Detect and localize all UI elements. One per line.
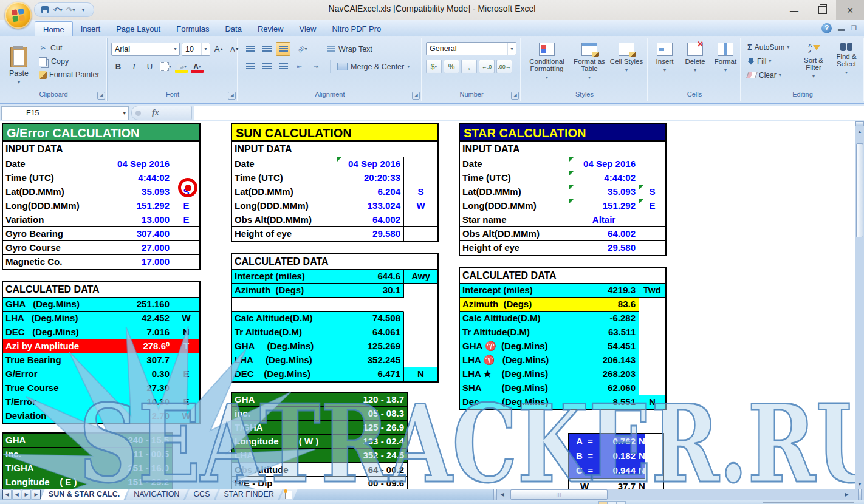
- cell-unit[interactable]: N: [639, 395, 665, 409]
- cell-value[interactable]: 0.182: [600, 449, 639, 463]
- cell-value[interactable]: 64.002: [337, 213, 404, 227]
- cell-unit[interactable]: [173, 255, 199, 269]
- sheet-tab[interactable]: STAR FINDER: [215, 489, 282, 500]
- cell-value[interactable]: 6.471: [337, 367, 404, 381]
- clear-button[interactable]: Clear▾: [745, 69, 792, 81]
- delete-cells-button[interactable]: Delete▾: [680, 38, 710, 94]
- cell-value[interactable]: 05 - 08.3: [334, 407, 407, 421]
- cell-label[interactable]: C =: [569, 463, 600, 478]
- cell-value[interactable]: 251.160: [101, 298, 173, 312]
- cell-value[interactable]: 0.944: [600, 463, 639, 478]
- cell-value[interactable]: 307.7: [101, 353, 173, 367]
- sheet-tab[interactable]: NAVIGATION: [125, 489, 188, 500]
- cell-value[interactable]: 04 Sep 2016: [569, 157, 639, 171]
- cell-value[interactable]: 0.30: [101, 367, 173, 381]
- cell-value[interactable]: 04 Sep 2016: [337, 157, 404, 171]
- cell-label[interactable]: True Course: [3, 381, 101, 395]
- cell-value[interactable]: 64.002: [569, 227, 639, 241]
- cell-label[interactable]: Lat(DD.MMm): [232, 185, 337, 199]
- vertical-scroll-thumb[interactable]: [856, 143, 863, 237]
- normal-view-button[interactable]: [598, 501, 608, 504]
- number-format-select[interactable]: General▾: [426, 42, 516, 55]
- cell-value[interactable]: 27.000: [101, 241, 173, 255]
- cell-unit[interactable]: [639, 171, 665, 185]
- align-top-button[interactable]: [243, 42, 258, 56]
- format-as-table-button[interactable]: Format as Table▾: [570, 38, 609, 94]
- ribbon-tab[interactable]: Formulas: [168, 21, 217, 36]
- cell-label[interactable]: A =: [569, 434, 600, 449]
- italic-button[interactable]: I: [127, 60, 141, 73]
- prev-sheet-button[interactable]: ◀: [12, 489, 21, 500]
- cell-value[interactable]: 62.060: [569, 381, 639, 395]
- cell-unit[interactable]: [639, 353, 665, 367]
- cell-unit[interactable]: S: [404, 185, 437, 199]
- cell-unit[interactable]: [639, 241, 665, 255]
- copy-button[interactable]: Copy: [36, 55, 102, 68]
- cell-unit[interactable]: E: [639, 199, 665, 213]
- cell-unit[interactable]: [639, 381, 665, 395]
- cell-unit[interactable]: [639, 339, 665, 353]
- format-cells-button[interactable]: Format▾: [710, 38, 741, 94]
- cell-label[interactable]: Obs Altitude: [232, 463, 334, 477]
- cell-label[interactable]: GHA (Deg.Mins): [3, 298, 101, 312]
- cell-unit[interactable]: W: [173, 312, 199, 325]
- cell-label[interactable]: [232, 298, 337, 312]
- sheet-tab[interactable]: GCS: [185, 489, 218, 500]
- cell-unit[interactable]: [639, 298, 665, 312]
- merge-center-button[interactable]: Merge & Center▾: [337, 60, 410, 73]
- vertical-scrollbar[interactable]: ▲ ▼: [855, 121, 864, 489]
- cell-unit[interactable]: [404, 157, 437, 171]
- cell-label[interactable]: Intercept (miles): [232, 270, 337, 284]
- cell-unit[interactable]: [404, 339, 437, 353]
- cell-label[interactable]: Star name: [460, 213, 569, 227]
- cell-value[interactable]: 27.30: [101, 381, 173, 395]
- sun-section-title[interactable]: SUN CALCULATION: [231, 123, 439, 141]
- font-size-select[interactable]: 10▾: [182, 43, 210, 56]
- page-break-view-button[interactable]: [617, 501, 626, 504]
- horizontal-split-handle[interactable]: [858, 489, 862, 500]
- cell-unit[interactable]: [404, 284, 437, 298]
- help-icon[interactable]: ?: [821, 23, 832, 33]
- vertical-split-handle[interactable]: [855, 121, 864, 126]
- cell-unit[interactable]: [639, 367, 665, 381]
- cell-label[interactable]: Azi by Amplitude: [3, 339, 101, 353]
- cell-label[interactable]: Height of eye: [232, 227, 337, 241]
- star-section-title[interactable]: STAR CALCULATION: [459, 123, 667, 141]
- conditional-formatting-button[interactable]: Conditional Formatting▾: [524, 38, 570, 94]
- cell-label[interactable]: Date: [232, 157, 337, 171]
- cell-value[interactable]: 4:44:02: [569, 171, 639, 185]
- horizontal-scrollbar[interactable]: ◀ ||| ▶: [493, 489, 864, 500]
- cell-value[interactable]: 35.093: [569, 185, 639, 199]
- cell-unit[interactable]: [404, 325, 437, 339]
- cell-value[interactable]: 0.762: [600, 434, 639, 449]
- cell-value[interactable]: 64.061: [337, 325, 404, 339]
- cell-label[interactable]: LHA ♈ (Deg.Mins): [460, 353, 569, 367]
- cell-label[interactable]: LHA: [232, 449, 334, 463]
- cell-label[interactable]: Obs Alt(DD.MMm): [460, 227, 569, 241]
- cell-value[interactable]: 644.6: [337, 270, 404, 284]
- sun-calc-header[interactable]: CALCULATED DATA: [232, 254, 437, 270]
- ribbon-tab[interactable]: Nitro PDF Pro: [324, 21, 389, 36]
- cell-label[interactable]: Magnetic Co.: [3, 255, 101, 269]
- cell-label[interactable]: T/GHA: [232, 421, 334, 435]
- cell-value[interactable]: 10.30: [101, 395, 173, 409]
- cell-unit[interactable]: W: [173, 409, 199, 423]
- cell-value[interactable]: 251 - 16.0: [101, 461, 172, 475]
- comma-format-button[interactable]: ,: [461, 60, 477, 73]
- font-dialog-launcher[interactable]: ◢: [228, 92, 236, 100]
- cell-unit[interactable]: [173, 353, 199, 367]
- cell-label[interactable]: Variation: [3, 213, 101, 227]
- cell-value[interactable]: 151.292: [101, 199, 173, 213]
- cell-unit[interactable]: Awy: [404, 270, 437, 284]
- font-name-select[interactable]: Arial▾: [111, 43, 180, 56]
- cell-unit[interactable]: E: [173, 395, 199, 409]
- insert-function-button[interactable]: fx: [131, 106, 192, 120]
- cell-unit[interactable]: E: [173, 367, 199, 381]
- last-sheet-button[interactable]: ▶: [32, 489, 41, 500]
- cell-unit[interactable]: N: [639, 463, 645, 478]
- cell-value[interactable]: 8.551: [569, 395, 639, 409]
- cell-label[interactable]: Longitude ( W ): [232, 435, 334, 449]
- cell-label[interactable]: Obs Alt(DD.MMm): [232, 213, 337, 227]
- cell-unit[interactable]: [639, 325, 665, 339]
- align-center-button[interactable]: [259, 60, 274, 73]
